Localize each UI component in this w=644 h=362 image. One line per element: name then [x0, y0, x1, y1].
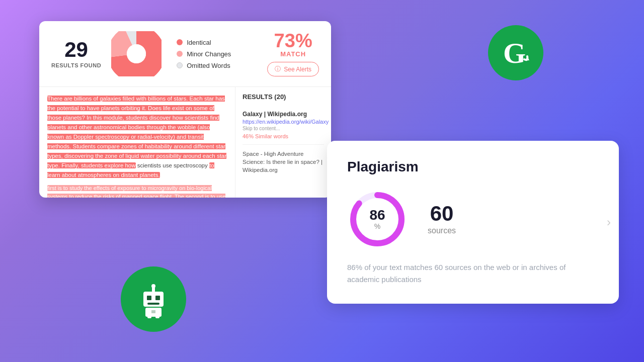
sources-label: sources	[428, 226, 456, 235]
svg-point-13	[151, 284, 155, 288]
svg-rect-10	[155, 296, 160, 300]
legend: Identical Minor Changes Omitted Words	[177, 39, 257, 69]
card-body: There are billions of galaxies filled wi…	[39, 87, 331, 198]
sources-number: 60	[428, 203, 456, 224]
highlighted-text-1: There are billions of galaxies filled wi…	[47, 96, 226, 168]
grammarly-logo-svg: G	[498, 35, 533, 70]
text-panel: There are billions of galaxies filled wi…	[39, 87, 235, 198]
svg-rect-11	[147, 303, 159, 305]
minor-changes-label: Minor Changes	[187, 50, 231, 58]
match-label: MATCH	[267, 50, 319, 58]
identical-dot	[177, 39, 183, 45]
pie-chart	[111, 31, 167, 76]
card-header: 29 RESULTS FOUND Identical	[39, 21, 331, 87]
donut-chart: 86 %	[347, 189, 408, 249]
plagiarism-percent-card: Plagiarism 86 % 60 sources 86% of your t…	[327, 141, 619, 304]
legend-minor-changes: Minor Changes	[177, 50, 257, 58]
stats-area: 86 % 60 sources	[347, 189, 599, 249]
result-2-name: Space - High Adventure Science: Is there…	[243, 150, 324, 174]
legend-omitted-words: Omitted Words	[177, 62, 257, 69]
robot-svg	[133, 279, 174, 319]
svg-marker-5	[525, 56, 529, 60]
result-item-2: Space - High Adventure Science: Is there…	[243, 145, 324, 179]
minor-changes-dot	[177, 51, 183, 57]
results-panel-title: RESULTS (20)	[243, 93, 324, 101]
result-1-url: https://en.wikipedia.org/wiki/Galaxy	[243, 119, 324, 125]
results-number: 29	[51, 39, 101, 60]
plagiarism-title: Plagiarism	[347, 159, 599, 175]
right-card-description: 86% of your text matches 60 sources on t…	[347, 261, 569, 286]
right-arrow-icon[interactable]: ›	[607, 215, 611, 229]
legend-identical: Identical	[177, 39, 257, 46]
svg-rect-9	[147, 296, 151, 300]
donut-percent-symbol: %	[369, 222, 385, 230]
robot-icon	[121, 266, 186, 332]
match-area: 73% MATCH ⓘ See Alerts	[267, 31, 319, 76]
svg-rect-16	[155, 315, 159, 318]
svg-point-3	[127, 44, 146, 63]
highlighted-text-3: first is to study the effects of exposur…	[47, 185, 225, 198]
result-1-skip: Skip to content...	[243, 126, 324, 131]
donut-number: 86	[369, 208, 385, 222]
result-item-1: Galaxy | Wikipedia.org https://en.wikipe…	[243, 106, 324, 145]
result-1-similarity: 46% Similar words	[243, 133, 324, 139]
see-alerts-button[interactable]: ⓘ See Alerts	[267, 62, 319, 76]
svg-text:G: G	[503, 37, 526, 69]
match-percent: 73%	[267, 31, 319, 50]
sources-info: 60 sources	[428, 203, 456, 235]
see-alerts-label: See Alerts	[284, 66, 311, 73]
info-icon: ⓘ	[275, 65, 281, 73]
svg-rect-15	[147, 315, 151, 318]
results-panel: RESULTS (20) Galaxy | Wikipedia.org http…	[235, 87, 331, 198]
results-label: RESULTS FOUND	[51, 62, 101, 68]
result-1-name: Galaxy | Wikipedia.org	[243, 111, 324, 118]
omitted-words-label: Omitted Words	[187, 62, 230, 69]
donut-center: 86 %	[369, 208, 385, 230]
results-count-section: 29 RESULTS FOUND	[51, 39, 101, 68]
omitted-words-dot	[177, 62, 183, 68]
identical-label: Identical	[187, 39, 211, 46]
plagiarism-checker-card: 29 RESULTS FOUND Identical	[39, 21, 331, 198]
grammarly-icon: G	[488, 25, 543, 80]
